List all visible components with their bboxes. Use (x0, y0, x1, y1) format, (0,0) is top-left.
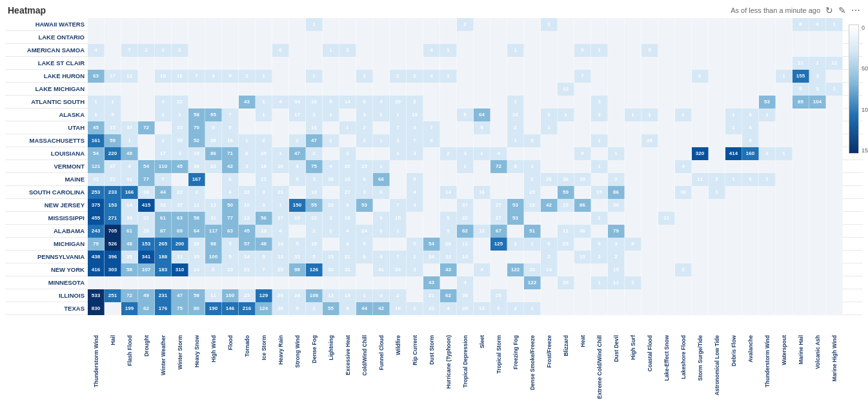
heatmap-cell[interactable]: 1 (725, 173, 742, 186)
heatmap-cell[interactable]: 5 (792, 83, 809, 96)
heatmap-cell[interactable]: 54 (138, 160, 155, 173)
heatmap-cell[interactable] (826, 96, 843, 108)
heatmap-cell[interactable]: 2 (591, 251, 608, 263)
heatmap-cell[interactable] (725, 186, 742, 199)
heatmap-cell[interactable]: 6 (373, 225, 390, 238)
heatmap-cell[interactable] (658, 18, 675, 31)
heatmap-cell[interactable] (172, 83, 188, 96)
heatmap-cell[interactable] (339, 108, 356, 121)
heatmap-cell[interactable]: 17 (289, 108, 306, 121)
heatmap-cell[interactable] (172, 18, 188, 31)
heatmap-cell[interactable] (625, 251, 641, 263)
heatmap-cell[interactable] (172, 276, 188, 289)
heatmap-cell[interactable] (507, 173, 524, 186)
heatmap-cell[interactable] (625, 263, 641, 276)
heatmap-cell[interactable] (558, 70, 574, 83)
heatmap-cell[interactable]: 1 (725, 121, 742, 134)
heatmap-cell[interactable]: 231 (155, 289, 172, 302)
heatmap-cell[interactable] (759, 251, 776, 263)
heatmap-cell[interactable] (490, 108, 507, 121)
heatmap-cell[interactable]: 55 (323, 302, 339, 315)
heatmap-cell[interactable] (272, 83, 289, 96)
heatmap-cell[interactable]: 13 (239, 212, 256, 225)
heatmap-cell[interactable]: 25 (524, 186, 541, 199)
heatmap-cell[interactable]: 25 (490, 289, 507, 302)
heatmap-cell[interactable] (407, 225, 423, 238)
heatmap-cell[interactable]: 7 (222, 108, 239, 121)
heatmap-cell[interactable]: 3 (155, 108, 172, 121)
heatmap-cell[interactable] (574, 276, 591, 289)
heatmap-cell[interactable]: 2 (608, 173, 625, 186)
heatmap-cell[interactable] (725, 289, 742, 302)
heatmap-cell[interactable] (826, 302, 843, 315)
heatmap-cell[interactable] (776, 134, 792, 147)
heatmap-cell[interactable]: 86 (608, 186, 625, 199)
heatmap-cell[interactable]: 15 (608, 263, 625, 276)
heatmap-cell[interactable] (826, 238, 843, 251)
heatmap-cell[interactable] (809, 225, 826, 238)
heatmap-cell[interactable] (759, 199, 776, 212)
heatmap-cell[interactable]: 190 (205, 302, 222, 315)
heatmap-cell[interactable] (205, 31, 222, 44)
heatmap-cell[interactable] (524, 57, 541, 70)
heatmap-cell[interactable] (742, 263, 759, 276)
heatmap-cell[interactable]: 2 (172, 44, 188, 57)
heatmap-cell[interactable] (759, 83, 776, 96)
heatmap-cell[interactable] (558, 212, 574, 225)
heatmap-cell[interactable]: 9 (323, 96, 339, 108)
heatmap-cell[interactable] (809, 173, 826, 186)
heatmap-cell[interactable] (709, 199, 725, 212)
heatmap-cell[interactable] (591, 121, 608, 134)
heatmap-cell[interactable] (742, 238, 759, 251)
heatmap-cell[interactable] (373, 276, 390, 289)
heatmap-cell[interactable] (709, 83, 725, 96)
heatmap-cell[interactable] (558, 263, 574, 276)
heatmap-cell[interactable]: 1 (272, 199, 289, 212)
heatmap-cell[interactable] (692, 251, 709, 263)
heatmap-cell[interactable]: 14 (188, 263, 205, 276)
heatmap-cell[interactable] (658, 121, 675, 134)
heatmap-cell[interactable] (759, 121, 776, 134)
heatmap-cell[interactable]: 87 (155, 225, 172, 238)
heatmap-cell[interactable]: 58 (188, 289, 205, 302)
heatmap-cell[interactable]: 5 (742, 173, 759, 186)
heatmap-cell[interactable] (474, 57, 490, 70)
heatmap-cell[interactable]: 1 (373, 160, 390, 173)
heatmap-cell[interactable] (759, 70, 776, 83)
heatmap-cell[interactable] (390, 173, 407, 186)
heatmap-cell[interactable] (507, 225, 524, 238)
heatmap-cell[interactable]: 43 (440, 263, 457, 276)
heatmap-cell[interactable]: 56 (256, 212, 272, 225)
heatmap-cell[interactable]: 6 (239, 147, 256, 160)
heatmap-cell[interactable]: 59 (105, 134, 121, 147)
heatmap-cell[interactable] (256, 57, 272, 70)
heatmap-cell[interactable]: 48 (256, 238, 272, 251)
heatmap-cell[interactable] (675, 57, 692, 70)
heatmap-cell[interactable] (608, 18, 625, 31)
heatmap-cell[interactable]: 26 (440, 238, 457, 251)
heatmap-cell[interactable]: 79 (608, 225, 625, 238)
heatmap-cell[interactable] (256, 44, 272, 57)
heatmap-cell[interactable]: 77 (138, 173, 155, 186)
heatmap-cell[interactable]: 4 (205, 70, 222, 83)
heatmap-cell[interactable]: 1 (390, 225, 407, 238)
heatmap-cell[interactable] (759, 31, 776, 44)
heatmap-cell[interactable] (440, 276, 457, 289)
heatmap-cell[interactable]: 4 (457, 276, 474, 289)
heatmap-cell[interactable] (205, 186, 222, 199)
heatmap-cell[interactable]: 1 (709, 186, 725, 199)
heatmap-cell[interactable] (272, 121, 289, 134)
heatmap-cell[interactable] (507, 57, 524, 70)
heatmap-cell[interactable]: 2 (239, 160, 256, 173)
heatmap-cell[interactable]: 36 (323, 173, 339, 186)
heatmap-cell[interactable] (776, 238, 792, 251)
heatmap-cell[interactable]: 59 (558, 186, 574, 199)
heatmap-cell[interactable]: 416 (88, 263, 105, 276)
heatmap-cell[interactable] (373, 147, 390, 160)
heatmap-cell[interactable] (541, 44, 558, 57)
heatmap-cell[interactable] (474, 160, 490, 173)
heatmap-cell[interactable]: 2 (390, 70, 407, 83)
heatmap-cell[interactable] (792, 108, 809, 121)
heatmap-cell[interactable] (826, 31, 843, 44)
heatmap-cell[interactable]: 5 (440, 225, 457, 238)
